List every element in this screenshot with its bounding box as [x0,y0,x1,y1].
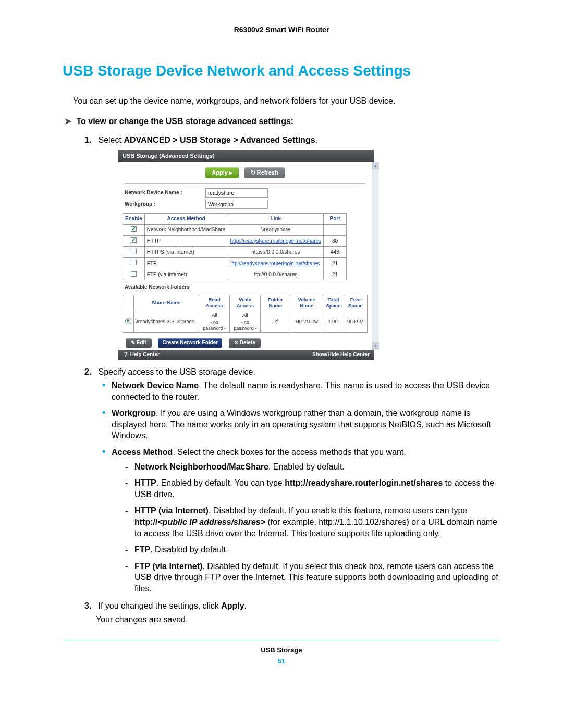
procedure-steps: 1. Select ADVANCED > USB Storage > Advan… [84,134,500,625]
access-row: HTTPS (via internet)https://0.0.0.0/shar… [123,246,347,258]
step-2-text: Specify access to the USB storage device… [98,367,255,376]
bullet-workgroup: Workgroup. If you are using a Windows wo… [102,408,500,441]
page-title: USB Storage Device Network and Access Se… [63,61,500,81]
edit-button[interactable]: ✎ Edit [126,338,152,348]
step-1-prefix: Select [98,135,124,144]
access-th-method: Access Method [144,214,228,225]
step-1: 1. Select ADVANCED > USB Storage > Advan… [84,134,500,361]
access-row: HTTPhttp://readyshare.routerlogin.net/sh… [123,236,347,247]
footer-section: USB Storage [63,646,500,655]
folder-total: 1.9G [323,311,344,333]
access-port: 443 [324,246,347,258]
page-number: 51 [63,657,500,666]
folders-table: Share Name Read Access Write Access Fold… [123,295,368,334]
access-th-port: Port [324,214,347,225]
step-1-suffix: . [315,135,317,144]
access-checkbox[interactable] [131,271,137,277]
bullet-access-method: Access Method. Select the check boxes fo… [102,447,500,595]
access-method: Network Neighborhood/MacShare [144,224,228,236]
workgroup-label: Workgroup : [125,201,205,208]
network-device-name-row: Network Device Name : [125,188,365,198]
folder-share-name: \\readyshare\USB_Storage [133,311,199,333]
access-port: - [324,224,347,236]
panel-footer: ❔ Help Center Show/Hide Help Center [118,350,374,360]
panel-bottom-buttons: ✎ Edit Create Network Folder ✕ Delete [118,336,372,350]
panel-scrollbar[interactable]: ▴ ▾ [372,162,379,350]
access-method: FTP [144,258,228,269]
folders-th-share: Share Name [133,295,199,311]
access-method: FTP (via internet) [144,269,228,280]
chevron-right-icon: ➤ [65,116,74,127]
access-checkbox[interactable] [131,260,137,265]
folders-th-free: Free Space [344,295,367,311]
access-link: https://0.0.0.0/shares [228,246,324,258]
delete-button[interactable]: ✕ Delete [229,338,261,348]
folder-free: 909.9M [344,311,367,333]
access-row: Network Neighborhood/MacShare\\readyshar… [123,224,347,236]
access-method: HTTPS (via internet) [144,246,228,258]
folders-th-folder: Folder Name [261,295,290,311]
folder-name: U:\ [261,311,290,333]
bullet-network-device-name: Network Device Name. The default name is… [102,380,500,402]
access-link[interactable]: http://readyshare.routerlogin.net/shares [228,236,324,247]
folders-th-volume: Volume Name [290,295,323,311]
panel-top-buttons: Apply ▸ ↻ Refresh [118,162,372,183]
folder-select-radio[interactable] [125,318,131,324]
apply-button[interactable]: Apply ▸ [205,167,239,178]
access-method-sublist: Network Neighborhood/MacShare. Enabled b… [125,461,500,595]
available-folders-heading: Available Network Folders [125,283,365,291]
procedure-heading: ➤ To view or change the USB storage adva… [65,116,498,127]
access-table: Enable Access Method Link Port Network N… [123,213,347,280]
access-table-body: Network Neighborhood/MacShare\\readyshar… [123,224,347,280]
dash-http-internet: HTTP (via Internet). Disabled by default… [125,505,500,539]
folder-read-access: All- no password - [199,311,230,333]
dash-macshare: Network Neighborhood/MacShare. Enabled b… [125,461,500,473]
access-row: FTP (via internet)ftp://0.0.0.0/shares21 [123,269,347,280]
step-1-number: 1. [84,134,96,146]
step-3: 3. If you changed the settings, click Ap… [84,600,500,625]
access-link: \\readyshare [228,224,324,236]
network-device-name-input[interactable] [205,188,268,198]
scroll-up-icon[interactable]: ▴ [372,162,379,169]
step-2-number: 2. [84,366,96,378]
folder-write-access: All- no password - [230,311,261,333]
access-link[interactable]: ftp://readyshare.routerlogin.net/shares [228,258,324,269]
panel-title-bar: USB Storage (Advanced Settings) [118,150,374,162]
step-3-result: Your changes are saved. [96,614,500,625]
page-header-product: R6300v2 Smart WiFi Router [63,25,500,35]
step-3-number: 3. [84,600,96,612]
workgroup-input[interactable] [205,200,268,209]
panel-divider [125,183,365,184]
access-th-link: Link [228,214,324,225]
procedure-heading-text: To view or change the USB storage advanc… [76,117,293,126]
step-1-text: Select ADVANCED > USB Storage > Advanced… [98,135,317,144]
access-port: 21 [324,258,347,269]
access-port: 21 [324,269,347,280]
access-checkbox[interactable] [131,237,137,243]
folder-volume: HP v100w [290,311,323,333]
create-folder-button[interactable]: Create Network Folder [158,338,222,348]
dash-ftp-internet: FTP (via Internet). Disabled by default.… [125,561,500,595]
access-checkbox[interactable] [131,226,137,232]
access-port: 80 [324,236,347,247]
access-checkbox[interactable] [131,249,137,254]
scroll-down-icon[interactable]: ▾ [372,342,379,350]
toggle-help-link[interactable]: Show/Hide Help Center [312,351,370,359]
step-3-text: If you changed the settings, click Apply… [98,601,247,610]
access-link: ftp://0.0.0.0/shares [228,269,324,280]
dash-ftp: FTP. Disabled by default. [125,544,500,556]
intro-text: You can set up the device name, workgrou… [73,95,490,107]
dash-http: HTTP. Enabled by default. You can type h… [125,477,500,500]
folders-th-read: Read Access [199,295,230,311]
access-method: HTTP [144,236,228,247]
network-device-name-label: Network Device Name : [125,189,205,196]
footer-rule [63,640,500,640]
step-2: 2. Specify access to the USB storage dev… [84,366,500,594]
access-th-enable: Enable [123,214,145,225]
folders-row: \\readyshare\USB_Storage All- no passwor… [123,311,368,333]
help-center-link[interactable]: ❔ Help Center [123,351,160,359]
router-settings-panel: USB Storage (Advanced Settings) Apply ▸ … [118,150,374,360]
refresh-button[interactable]: ↻ Refresh [244,167,285,178]
workgroup-row: Workgroup : [125,200,365,209]
step-1-path: ADVANCED > USB Storage > Advanced Settin… [124,135,315,144]
